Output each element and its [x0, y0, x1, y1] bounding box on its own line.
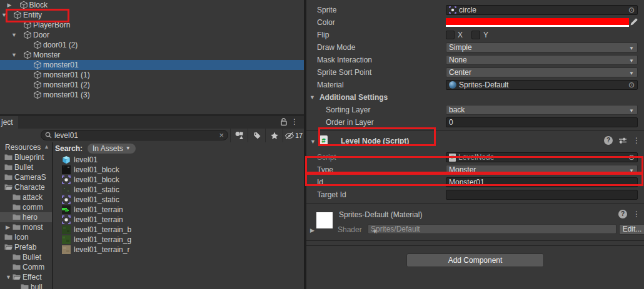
- foldout-expanded-icon[interactable]: ▼: [11, 50, 17, 60]
- help-icon[interactable]: ?: [604, 136, 613, 145]
- tree-item[interactable]: Bullet: [0, 162, 52, 172]
- hierarchy-item[interactable]: door01 (2): [0, 40, 304, 50]
- project-tabstrip: ject ⋮: [0, 116, 304, 129]
- result-item[interactable]: level01_static: [53, 185, 304, 195]
- chevron-down-icon: ▼: [126, 144, 131, 154]
- result-item[interactable]: level01_static: [53, 195, 304, 205]
- result-item[interactable]: level01_terrain_b: [53, 225, 304, 235]
- result-item[interactable]: level01: [53, 155, 304, 165]
- flip-x-checkbox[interactable]: [446, 31, 455, 39]
- scope-selector[interactable]: In Assets ▼: [88, 144, 136, 154]
- result-item[interactable]: level01_terrain_r: [53, 245, 304, 255]
- foldout-collapsed-icon[interactable]: ▶: [310, 227, 314, 233]
- foldout-expanded-icon: ▼: [310, 139, 316, 145]
- foldout-collapsed-icon[interactable]: ▶: [6, 222, 10, 232]
- object-picker-icon[interactable]: ⊙: [628, 81, 635, 89]
- order-in-layer-row: Order in Layer 0: [306, 116, 644, 129]
- tree-item[interactable]: Icon: [0, 232, 52, 242]
- prefab-cube-icon: [62, 155, 71, 164]
- color-swatch[interactable]: [446, 18, 629, 27]
- tree-item[interactable]: Characte: [0, 182, 52, 192]
- help-icon[interactable]: ?: [618, 210, 627, 218]
- result-item[interactable]: level01_terrain_g: [53, 235, 304, 245]
- object-picker-icon[interactable]: ⊙: [628, 6, 635, 14]
- target-id-field[interactable]: [446, 190, 638, 200]
- sprite-object-field[interactable]: circle ⊙: [446, 5, 638, 15]
- hierarchy-item[interactable]: ▼Monster: [0, 50, 304, 60]
- tree-item[interactable]: CameraS: [0, 172, 52, 182]
- filter-by-type-icon[interactable]: [230, 129, 248, 142]
- lock-icon[interactable]: [280, 118, 288, 126]
- gameobject-cube-icon: [33, 81, 42, 89]
- material-menu-kebab-icon[interactable]: ⋮: [633, 210, 640, 218]
- result-item[interactable]: level01_block: [53, 175, 304, 185]
- material-object-field[interactable]: Sprites-Default ⊙: [446, 80, 638, 90]
- foldout-expanded-icon[interactable]: ▼: [6, 272, 11, 282]
- texture-darkgreen-icon: [62, 225, 71, 234]
- order-in-layer-field[interactable]: 0: [446, 117, 638, 127]
- tree-item-label: Effect: [23, 272, 41, 282]
- hierarchy-item[interactable]: monster01 (3): [0, 90, 304, 100]
- tree-item[interactable]: hero: [0, 212, 52, 222]
- eyedropper-icon[interactable]: [630, 18, 638, 26]
- tree-item[interactable]: Comm: [0, 262, 52, 272]
- script-label: Script: [317, 153, 446, 162]
- object-picker-icon[interactable]: ⊙: [628, 154, 635, 161]
- foldout-collapsed-icon[interactable]: ▶: [8, 0, 12, 10]
- clear-search-icon[interactable]: ×: [219, 130, 224, 140]
- sorting-layer-dropdown[interactable]: back ▼: [446, 105, 638, 115]
- additional-settings-foldout[interactable]: ▼ Additional Settings: [306, 91, 644, 104]
- hierarchy-item[interactable]: ▼Door: [0, 30, 304, 40]
- project-menu-kebab-icon[interactable]: ⋮: [291, 117, 298, 126]
- tree-item-label: attack: [23, 192, 43, 202]
- chevron-down-icon: ▼: [629, 71, 634, 76]
- level-node-component-header[interactable]: ▼ # Level Node (Script) ? ⋮: [306, 131, 644, 151]
- result-item-label: level01_terrain: [74, 205, 123, 215]
- result-item[interactable]: level01_terrain: [53, 205, 304, 215]
- inspector-panel: Sprite circle ⊙ Color: [306, 0, 644, 289]
- hierarchy-item[interactable]: PlayerBorn: [0, 20, 304, 30]
- favorites-star-icon[interactable]: [265, 129, 283, 142]
- tree-item[interactable]: ▼Effect: [0, 272, 52, 282]
- hierarchy-item[interactable]: ▶Block: [0, 0, 304, 10]
- script-object-field[interactable]: # LevelNode ⊙: [446, 152, 638, 162]
- project-tab[interactable]: ject: [0, 116, 18, 129]
- presets-icon[interactable]: [618, 137, 627, 144]
- add-component-button[interactable]: Add Component: [406, 253, 544, 267]
- draw-mode-dropdown[interactable]: Simple ▼: [446, 42, 638, 52]
- tree-item[interactable]: attack: [0, 192, 52, 202]
- mask-interaction-dropdown[interactable]: None ▼: [446, 55, 638, 65]
- id-field[interactable]: Monster01: [446, 177, 638, 187]
- edit-material-button[interactable]: Edit...: [619, 224, 644, 235]
- tree-item[interactable]: bull: [0, 282, 52, 289]
- hierarchy-item[interactable]: ▼Entity: [0, 10, 304, 20]
- hierarchy-panel: ▶Block▼EntityPlayerBorn▼Doordoor01 (2)▼M…: [0, 0, 304, 115]
- scope-value: In Assets: [93, 144, 123, 154]
- tree-scroll-up-icon[interactable]: ▲: [44, 144, 49, 150]
- shader-dropdown[interactable]: Sprites/Default ▼: [368, 224, 616, 234]
- hierarchy-item[interactable]: monster01: [0, 60, 304, 70]
- hierarchy-item-label: Monster: [33, 50, 60, 60]
- result-item[interactable]: level01_block: [53, 165, 304, 175]
- component-menu-kebab-icon[interactable]: ⋮: [633, 136, 640, 145]
- type-row: Type Monster ▼: [306, 164, 644, 176]
- hierarchy-item-label: monster01: [43, 60, 79, 70]
- type-dropdown[interactable]: Monster ▼: [446, 165, 638, 175]
- tree-item[interactable]: Blueprint: [0, 152, 52, 162]
- foldout-expanded-icon[interactable]: ▼: [11, 30, 17, 40]
- search-input[interactable]: level01 ×: [41, 130, 228, 140]
- sort-point-dropdown[interactable]: Center ▼: [446, 67, 638, 77]
- hierarchy-item[interactable]: monster01 (2): [0, 80, 304, 90]
- tree-item[interactable]: Prefab: [0, 242, 52, 252]
- hidden-count-toggle[interactable]: 17: [283, 129, 304, 142]
- folder-icon: [13, 203, 21, 210]
- flip-y-checkbox[interactable]: [471, 31, 480, 39]
- hierarchy-item[interactable]: monster01 (1): [0, 70, 304, 80]
- material-label: Material: [317, 81, 446, 89]
- foldout-expanded-icon[interactable]: ▼: [1, 10, 7, 20]
- result-item[interactable]: level01_terrain: [53, 215, 304, 225]
- tree-item[interactable]: comm: [0, 202, 52, 212]
- filter-by-label-icon[interactable]: [248, 129, 265, 142]
- tree-item[interactable]: ▶monst: [0, 222, 52, 232]
- tree-item[interactable]: Bullet: [0, 252, 52, 262]
